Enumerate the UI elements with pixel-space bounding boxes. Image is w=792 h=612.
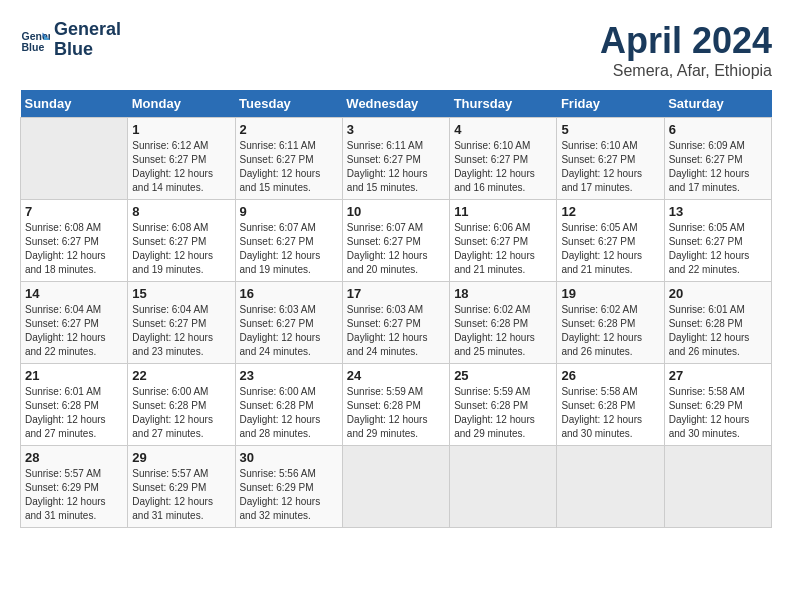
calendar-table: SundayMondayTuesdayWednesdayThursdayFrid… (20, 90, 772, 528)
day-number: 10 (347, 204, 445, 219)
calendar-cell: 30Sunrise: 5:56 AM Sunset: 6:29 PM Dayli… (235, 446, 342, 528)
day-number: 19 (561, 286, 659, 301)
main-title: April 2024 (600, 20, 772, 62)
day-info: Sunrise: 6:01 AM Sunset: 6:28 PM Dayligh… (25, 385, 123, 441)
svg-text:Blue: Blue (22, 40, 45, 52)
day-number: 5 (561, 122, 659, 137)
day-info: Sunrise: 6:05 AM Sunset: 6:27 PM Dayligh… (669, 221, 767, 277)
day-number: 15 (132, 286, 230, 301)
day-number: 16 (240, 286, 338, 301)
calendar-cell (557, 446, 664, 528)
calendar-cell: 13Sunrise: 6:05 AM Sunset: 6:27 PM Dayli… (664, 200, 771, 282)
day-number: 28 (25, 450, 123, 465)
day-info: Sunrise: 6:03 AM Sunset: 6:27 PM Dayligh… (347, 303, 445, 359)
day-info: Sunrise: 6:00 AM Sunset: 6:28 PM Dayligh… (132, 385, 230, 441)
day-number: 14 (25, 286, 123, 301)
day-info: Sunrise: 5:57 AM Sunset: 6:29 PM Dayligh… (25, 467, 123, 523)
page-header: General Blue General Blue April 2024 Sem… (20, 20, 772, 80)
week-row-2: 7Sunrise: 6:08 AM Sunset: 6:27 PM Daylig… (21, 200, 772, 282)
calendar-cell: 27Sunrise: 5:58 AM Sunset: 6:29 PM Dayli… (664, 364, 771, 446)
calendar-cell: 17Sunrise: 6:03 AM Sunset: 6:27 PM Dayli… (342, 282, 449, 364)
calendar-cell: 19Sunrise: 6:02 AM Sunset: 6:28 PM Dayli… (557, 282, 664, 364)
day-number: 18 (454, 286, 552, 301)
day-number: 22 (132, 368, 230, 383)
day-info: Sunrise: 6:12 AM Sunset: 6:27 PM Dayligh… (132, 139, 230, 195)
calendar-cell: 15Sunrise: 6:04 AM Sunset: 6:27 PM Dayli… (128, 282, 235, 364)
column-header-wednesday: Wednesday (342, 90, 449, 118)
day-number: 23 (240, 368, 338, 383)
day-info: Sunrise: 6:07 AM Sunset: 6:27 PM Dayligh… (240, 221, 338, 277)
column-header-sunday: Sunday (21, 90, 128, 118)
column-header-monday: Monday (128, 90, 235, 118)
day-info: Sunrise: 5:57 AM Sunset: 6:29 PM Dayligh… (132, 467, 230, 523)
day-info: Sunrise: 6:09 AM Sunset: 6:27 PM Dayligh… (669, 139, 767, 195)
calendar-cell: 23Sunrise: 6:00 AM Sunset: 6:28 PM Dayli… (235, 364, 342, 446)
calendar-cell: 7Sunrise: 6:08 AM Sunset: 6:27 PM Daylig… (21, 200, 128, 282)
day-number: 11 (454, 204, 552, 219)
day-info: Sunrise: 6:07 AM Sunset: 6:27 PM Dayligh… (347, 221, 445, 277)
day-number: 21 (25, 368, 123, 383)
day-info: Sunrise: 6:01 AM Sunset: 6:28 PM Dayligh… (669, 303, 767, 359)
day-number: 9 (240, 204, 338, 219)
calendar-cell: 20Sunrise: 6:01 AM Sunset: 6:28 PM Dayli… (664, 282, 771, 364)
calendar-cell: 18Sunrise: 6:02 AM Sunset: 6:28 PM Dayli… (450, 282, 557, 364)
logo-icon: General Blue (20, 25, 50, 55)
calendar-cell: 12Sunrise: 6:05 AM Sunset: 6:27 PM Dayli… (557, 200, 664, 282)
calendar-cell: 26Sunrise: 5:58 AM Sunset: 6:28 PM Dayli… (557, 364, 664, 446)
day-info: Sunrise: 5:59 AM Sunset: 6:28 PM Dayligh… (454, 385, 552, 441)
day-info: Sunrise: 6:08 AM Sunset: 6:27 PM Dayligh… (132, 221, 230, 277)
day-info: Sunrise: 6:02 AM Sunset: 6:28 PM Dayligh… (561, 303, 659, 359)
subtitle: Semera, Afar, Ethiopia (600, 62, 772, 80)
day-info: Sunrise: 5:58 AM Sunset: 6:29 PM Dayligh… (669, 385, 767, 441)
day-info: Sunrise: 5:58 AM Sunset: 6:28 PM Dayligh… (561, 385, 659, 441)
calendar-cell: 5Sunrise: 6:10 AM Sunset: 6:27 PM Daylig… (557, 118, 664, 200)
calendar-cell: 22Sunrise: 6:00 AM Sunset: 6:28 PM Dayli… (128, 364, 235, 446)
day-number: 25 (454, 368, 552, 383)
day-number: 26 (561, 368, 659, 383)
day-info: Sunrise: 5:59 AM Sunset: 6:28 PM Dayligh… (347, 385, 445, 441)
calendar-cell: 24Sunrise: 5:59 AM Sunset: 6:28 PM Dayli… (342, 364, 449, 446)
day-info: Sunrise: 6:11 AM Sunset: 6:27 PM Dayligh… (240, 139, 338, 195)
day-info: Sunrise: 6:06 AM Sunset: 6:27 PM Dayligh… (454, 221, 552, 277)
day-number: 8 (132, 204, 230, 219)
day-info: Sunrise: 6:02 AM Sunset: 6:28 PM Dayligh… (454, 303, 552, 359)
day-info: Sunrise: 6:05 AM Sunset: 6:27 PM Dayligh… (561, 221, 659, 277)
day-info: Sunrise: 6:03 AM Sunset: 6:27 PM Dayligh… (240, 303, 338, 359)
day-number: 17 (347, 286, 445, 301)
week-row-3: 14Sunrise: 6:04 AM Sunset: 6:27 PM Dayli… (21, 282, 772, 364)
column-header-thursday: Thursday (450, 90, 557, 118)
calendar-cell: 10Sunrise: 6:07 AM Sunset: 6:27 PM Dayli… (342, 200, 449, 282)
calendar-cell: 11Sunrise: 6:06 AM Sunset: 6:27 PM Dayli… (450, 200, 557, 282)
week-row-5: 28Sunrise: 5:57 AM Sunset: 6:29 PM Dayli… (21, 446, 772, 528)
day-info: Sunrise: 6:10 AM Sunset: 6:27 PM Dayligh… (561, 139, 659, 195)
day-info: Sunrise: 6:04 AM Sunset: 6:27 PM Dayligh… (132, 303, 230, 359)
day-info: Sunrise: 6:00 AM Sunset: 6:28 PM Dayligh… (240, 385, 338, 441)
day-info: Sunrise: 6:08 AM Sunset: 6:27 PM Dayligh… (25, 221, 123, 277)
calendar-cell: 21Sunrise: 6:01 AM Sunset: 6:28 PM Dayli… (21, 364, 128, 446)
day-number: 24 (347, 368, 445, 383)
calendar-cell: 8Sunrise: 6:08 AM Sunset: 6:27 PM Daylig… (128, 200, 235, 282)
day-info: Sunrise: 6:11 AM Sunset: 6:27 PM Dayligh… (347, 139, 445, 195)
day-number: 2 (240, 122, 338, 137)
day-info: Sunrise: 5:56 AM Sunset: 6:29 PM Dayligh… (240, 467, 338, 523)
day-number: 1 (132, 122, 230, 137)
calendar-cell (342, 446, 449, 528)
day-number: 4 (454, 122, 552, 137)
week-row-4: 21Sunrise: 6:01 AM Sunset: 6:28 PM Dayli… (21, 364, 772, 446)
logo-line2: Blue (54, 40, 121, 60)
calendar-cell: 4Sunrise: 6:10 AM Sunset: 6:27 PM Daylig… (450, 118, 557, 200)
day-number: 13 (669, 204, 767, 219)
day-number: 12 (561, 204, 659, 219)
calendar-cell: 16Sunrise: 6:03 AM Sunset: 6:27 PM Dayli… (235, 282, 342, 364)
day-number: 27 (669, 368, 767, 383)
calendar-cell (450, 446, 557, 528)
calendar-cell: 3Sunrise: 6:11 AM Sunset: 6:27 PM Daylig… (342, 118, 449, 200)
column-header-friday: Friday (557, 90, 664, 118)
column-header-saturday: Saturday (664, 90, 771, 118)
column-header-tuesday: Tuesday (235, 90, 342, 118)
day-info: Sunrise: 6:10 AM Sunset: 6:27 PM Dayligh… (454, 139, 552, 195)
calendar-cell: 14Sunrise: 6:04 AM Sunset: 6:27 PM Dayli… (21, 282, 128, 364)
calendar-cell: 29Sunrise: 5:57 AM Sunset: 6:29 PM Dayli… (128, 446, 235, 528)
calendar-cell: 9Sunrise: 6:07 AM Sunset: 6:27 PM Daylig… (235, 200, 342, 282)
title-block: April 2024 Semera, Afar, Ethiopia (600, 20, 772, 80)
